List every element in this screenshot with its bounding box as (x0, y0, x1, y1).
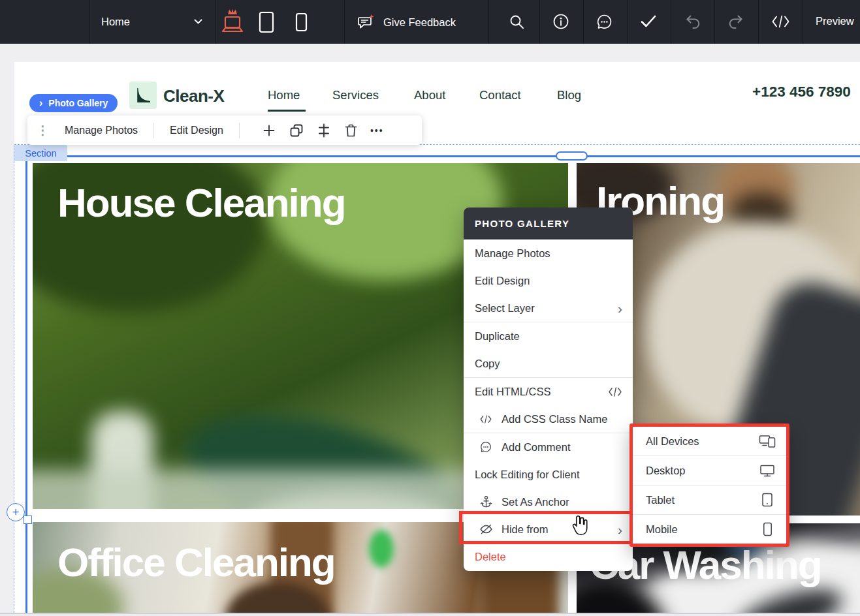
toolbar-separator (671, 0, 671, 44)
stretch-icon (317, 123, 331, 138)
section-left-boundary-line (25, 157, 27, 613)
page-selector-label: Home (101, 16, 130, 28)
section-boundary-line (14, 155, 860, 157)
code-icon (479, 412, 493, 426)
search-button[interactable] (508, 13, 526, 31)
duplicate-button[interactable] (289, 123, 304, 138)
toolbar-separator (583, 0, 584, 44)
edit-design-button[interactable]: Edit Design (170, 125, 223, 136)
menu-item-manage-photos[interactable]: Manage Photos (464, 239, 633, 267)
manage-photos-button[interactable]: Manage Photos (65, 125, 138, 136)
submenu-item-tablet[interactable]: Tablet (633, 485, 786, 514)
code-button[interactable] (771, 15, 790, 28)
trash-icon (344, 123, 358, 138)
submenu-item-desktop[interactable]: Desktop (633, 456, 786, 485)
more-options-button[interactable]: ••• (370, 125, 384, 136)
photo-shape (369, 530, 394, 568)
save-check-button[interactable] (640, 14, 657, 29)
add-section-button[interactable]: + (7, 503, 25, 521)
menu-item-add-css-class[interactable]: Add CSS Class Name (464, 405, 633, 433)
delete-button[interactable] (344, 123, 358, 138)
mobile-device-button[interactable] (295, 12, 308, 32)
menu-item-add-comment[interactable]: Add Comment (464, 433, 633, 461)
menu-item-edit-html-css[interactable]: Edit HTML/CSS (464, 378, 633, 405)
desktop-device-button[interactable] (218, 7, 247, 37)
page-selector-dropdown[interactable]: Home (89, 0, 215, 44)
section-label[interactable]: Section (14, 145, 67, 161)
gallery-item-title: House Cleaning (57, 179, 345, 226)
chevron-right-icon: › (618, 301, 622, 315)
brand-logo[interactable] (129, 82, 157, 109)
toolbar-separator (627, 0, 628, 44)
redo-button[interactable] (727, 14, 744, 29)
tablet-device-button[interactable] (259, 11, 274, 33)
menu-item-label: Hide from (502, 523, 549, 536)
submenu-item-all-devices[interactable]: All Devices (633, 427, 786, 455)
menu-item-label: Duplicate (475, 330, 520, 343)
comment-bubble-icon (479, 440, 493, 454)
submenu-item-mobile[interactable]: Mobile (633, 515, 786, 544)
laptop-crown-icon (218, 7, 247, 37)
hand-cursor-icon (569, 514, 590, 537)
info-button[interactable] (552, 12, 570, 31)
mobile-icon (759, 521, 776, 537)
nav-item-services[interactable]: Services (332, 88, 379, 102)
nav-item-home[interactable]: Home (268, 88, 300, 102)
toolbar-divider (239, 123, 240, 138)
element-toolbar: ⋮ Manage Photos Edit Design ••• (27, 116, 422, 145)
nav-active-underline (268, 110, 306, 112)
menu-item-label: Copy (475, 358, 500, 370)
toolbar-divider (153, 123, 154, 138)
all-devices-icon (759, 433, 776, 449)
menu-item-duplicate[interactable]: Duplicate (464, 322, 633, 350)
drag-handle-icon[interactable]: ⋮ (37, 123, 49, 138)
preview-button[interactable]: Preview (816, 15, 854, 27)
menu-item-select-layer[interactable]: Select Layer › (464, 294, 633, 322)
add-element-button[interactable] (262, 123, 276, 138)
submenu-item-label: Tablet (646, 494, 675, 506)
nav-item-about[interactable]: About (414, 88, 445, 102)
menu-item-label: Edit Design (475, 275, 530, 287)
undo-button[interactable] (684, 14, 701, 29)
comment-bubble-icon (596, 13, 613, 31)
chevron-right-icon: › (39, 98, 42, 108)
menu-item-hide-from[interactable]: Hide from › (464, 516, 633, 543)
selection-square-handle[interactable] (24, 516, 32, 524)
submenu-item-label: Mobile (646, 523, 678, 536)
redo-icon (727, 14, 744, 29)
menu-item-label: Add Comment (502, 441, 570, 454)
check-icon (640, 14, 657, 29)
stretch-button[interactable] (317, 123, 331, 138)
toolbar-separator (488, 0, 489, 44)
toolbar-separator (539, 0, 540, 44)
brand-name: Clean-X (163, 86, 224, 106)
hide-from-submenu: All Devices Desktop Tablet (629, 424, 789, 547)
nav-item-blog[interactable]: Blog (557, 88, 581, 102)
toolbar-separator (714, 0, 715, 44)
comments-button[interactable] (596, 13, 613, 31)
code-icon (608, 387, 622, 397)
menu-item-label: Edit HTML/CSS (475, 386, 550, 398)
menu-item-edit-design[interactable]: Edit Design (464, 267, 633, 294)
chevron-down-icon (194, 19, 202, 25)
menu-item-set-as-anchor[interactable]: Set As Anchor (464, 488, 633, 516)
toolbar-separator (215, 0, 216, 44)
photo-gallery-badge[interactable]: › Photo Gallery (29, 94, 118, 112)
element-badge-label: Photo Gallery (48, 98, 108, 108)
desktop-icon (759, 463, 776, 478)
menu-item-copy[interactable]: Copy (464, 350, 633, 377)
top-toolbar: Home (0, 0, 860, 44)
nav-item-contact[interactable]: Contact (479, 88, 521, 102)
menu-item-label: Select Layer (475, 302, 535, 315)
anchor-icon (479, 495, 493, 509)
plus-icon (263, 124, 276, 137)
give-feedback-button[interactable]: Give Feedback (357, 13, 456, 31)
code-icon (771, 15, 790, 28)
menu-item-lock-editing[interactable]: Lock Editing for Client (464, 461, 633, 488)
editor-screen: Home (0, 0, 860, 616)
menu-item-delete[interactable]: Delete (464, 543, 633, 571)
menu-item-label: Delete (475, 551, 506, 563)
section-resize-handle[interactable] (556, 151, 588, 161)
phone-number: +123 456 7890 (752, 84, 851, 100)
toolbar-separator (803, 0, 803, 44)
